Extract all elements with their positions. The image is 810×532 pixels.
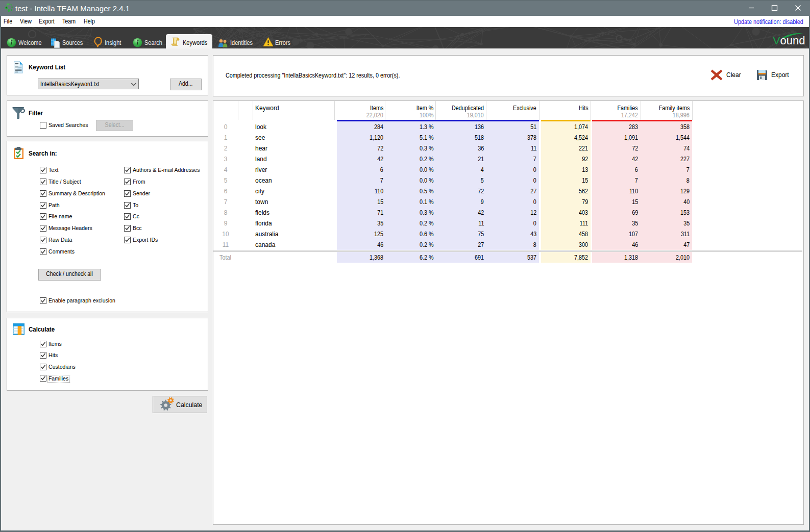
svg-text:V: V xyxy=(773,34,780,47)
svg-text:ound: ound xyxy=(780,34,805,47)
